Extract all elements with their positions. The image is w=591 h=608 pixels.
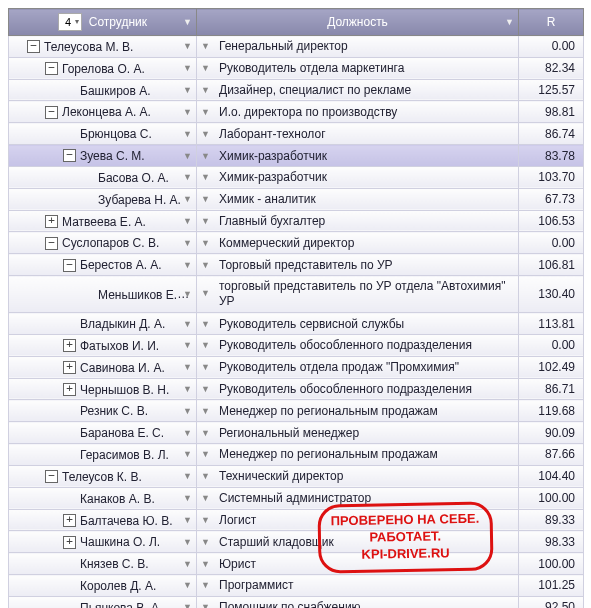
employee-cell[interactable]: +Чернышов В. Н.▼	[9, 378, 197, 400]
table-row[interactable]: Меньшиков Е. Н.▼▼торговый представитель …	[9, 276, 584, 313]
employee-cell[interactable]: Владыкин Д. А.▼	[9, 313, 197, 335]
employee-cell[interactable]: +Матвеева Е. А.▼	[9, 210, 197, 232]
chevron-down-icon[interactable]: ▼	[183, 63, 192, 73]
chevron-down-icon[interactable]: ▼	[183, 172, 192, 182]
chevron-down-icon[interactable]: ▼	[201, 216, 210, 226]
position-cell[interactable]: ▼Химик-разработчик	[197, 145, 519, 167]
table-row[interactable]: Королев Д. А.▼▼Программист101.25	[9, 575, 584, 597]
chevron-down-icon[interactable]: ▼	[201, 151, 210, 161]
employee-cell[interactable]: Баранова Е. С.▼	[9, 422, 197, 444]
header-r[interactable]: R	[519, 9, 584, 36]
chevron-down-icon[interactable]: ▼	[183, 238, 192, 248]
table-row[interactable]: −Берестов А. А.▼▼Торговый представитель …	[9, 254, 584, 276]
position-cell[interactable]: ▼Менеджер по региональным продажам	[197, 400, 519, 422]
position-cell[interactable]: ▼Технический директор	[197, 465, 519, 487]
chevron-down-icon[interactable]: ▼	[183, 428, 192, 438]
chevron-down-icon[interactable]: ▼	[183, 471, 192, 481]
position-cell[interactable]: ▼Дизайнер, специалист по рекламе	[197, 79, 519, 101]
collapse-icon[interactable]: −	[45, 62, 58, 75]
chevron-down-icon[interactable]: ▼	[201, 194, 210, 204]
chevron-down-icon[interactable]: ▼	[183, 289, 192, 299]
chevron-down-icon[interactable]: ▼	[183, 85, 192, 95]
employee-cell[interactable]: −Леконцева А. А.▼	[9, 101, 197, 123]
chevron-down-icon[interactable]: ▼	[183, 559, 192, 569]
table-row[interactable]: Резник С. В.▼▼Менеджер по региональным п…	[9, 400, 584, 422]
table-row[interactable]: Брюнцова С.▼▼Лаборант-технолог86.74	[9, 123, 584, 145]
table-row[interactable]: −Зуева С. М.▼▼Химик-разработчик83.78	[9, 145, 584, 167]
chevron-down-icon[interactable]: ▼	[201, 319, 210, 329]
collapse-icon[interactable]: −	[63, 259, 76, 272]
employee-cell[interactable]: −Телеусова М. В.▼	[9, 36, 197, 58]
employee-cell[interactable]: +Балтачева Ю. В.▼	[9, 509, 197, 531]
employee-cell[interactable]: +Савинова И. А.▼	[9, 356, 197, 378]
employee-cell[interactable]: Князев С. В.▼	[9, 553, 197, 575]
employee-cell[interactable]: −Суслопаров С. В.▼	[9, 232, 197, 254]
header-employee[interactable]: 4 Сотрудник ▼	[9, 9, 197, 36]
expand-icon[interactable]: +	[63, 339, 76, 352]
collapse-icon[interactable]: −	[27, 40, 40, 53]
position-cell[interactable]: ▼Руководитель обособленного подразделени…	[197, 378, 519, 400]
position-cell[interactable]: ▼И.о. директора по производству	[197, 101, 519, 123]
position-cell[interactable]: ▼Системный администратор	[197, 487, 519, 509]
chevron-down-icon[interactable]: ▼	[201, 406, 210, 416]
chevron-down-icon[interactable]: ▼	[201, 580, 210, 590]
chevron-down-icon[interactable]: ▼	[201, 384, 210, 394]
table-row[interactable]: +Савинова И. А.▼▼Руководитель отдела про…	[9, 356, 584, 378]
expand-icon[interactable]: +	[63, 536, 76, 549]
employee-cell[interactable]: −Горелова О. А.▼	[9, 57, 197, 79]
position-cell[interactable]: ▼Химик - аналитик	[197, 188, 519, 210]
employee-cell[interactable]: −Зуева С. М.▼	[9, 145, 197, 167]
table-row[interactable]: −Телеусова М. В.▼▼Генеральный директор0.…	[9, 36, 584, 58]
chevron-down-icon[interactable]: ▼	[183, 151, 192, 161]
chevron-down-icon[interactable]: ▼	[183, 17, 192, 27]
chevron-down-icon[interactable]: ▼	[183, 107, 192, 117]
collapse-icon[interactable]: −	[45, 470, 58, 483]
chevron-down-icon[interactable]: ▼	[201, 172, 210, 182]
chevron-down-icon[interactable]: ▼	[201, 260, 210, 270]
table-row[interactable]: +Матвеева Е. А.▼▼Главный бухгалтер106.53	[9, 210, 584, 232]
chevron-down-icon[interactable]: ▼	[183, 260, 192, 270]
chevron-down-icon[interactable]: ▼	[183, 449, 192, 459]
chevron-down-icon[interactable]: ▼	[183, 362, 192, 372]
table-row[interactable]: −Телеусов К. В.▼▼Технический директор104…	[9, 465, 584, 487]
table-row[interactable]: Князев С. В.▼▼Юрист100.00	[9, 553, 584, 575]
chevron-down-icon[interactable]: ▼	[183, 216, 192, 226]
employee-cell[interactable]: −Берестов А. А.▼	[9, 254, 197, 276]
chevron-down-icon[interactable]: ▼	[201, 340, 210, 350]
chevron-down-icon[interactable]: ▼	[201, 63, 210, 73]
position-cell[interactable]: ▼Старший кладовщик	[197, 531, 519, 553]
employee-cell[interactable]: Басова О. А.▼	[9, 166, 197, 188]
chevron-down-icon[interactable]: ▼	[201, 471, 210, 481]
expand-icon[interactable]: +	[45, 215, 58, 228]
employee-cell[interactable]: Меньшиков Е. Н.▼	[9, 276, 197, 313]
chevron-down-icon[interactable]: ▼	[201, 602, 210, 608]
employee-cell[interactable]: Башкиров А.▼	[9, 79, 197, 101]
chevron-down-icon[interactable]: ▼	[201, 41, 210, 51]
table-row[interactable]: Канаков А. В.▼▼Системный администратор10…	[9, 487, 584, 509]
chevron-down-icon[interactable]: ▼	[201, 107, 210, 117]
chevron-down-icon[interactable]: ▼	[201, 238, 210, 248]
chevron-down-icon[interactable]: ▼	[201, 515, 210, 525]
table-row[interactable]: Басова О. А.▼▼Химик-разработчик103.70	[9, 166, 584, 188]
chevron-down-icon[interactable]: ▼	[201, 559, 210, 569]
page-selector[interactable]: 4	[58, 13, 82, 31]
chevron-down-icon[interactable]: ▼	[201, 537, 210, 547]
position-cell[interactable]: ▼Лаборант-технолог	[197, 123, 519, 145]
position-cell[interactable]: ▼Помощник по снабжению	[197, 596, 519, 608]
position-cell[interactable]: ▼Торговый представитель по УР	[197, 254, 519, 276]
chevron-down-icon[interactable]: ▼	[183, 340, 192, 350]
table-row[interactable]: +Чернышов В. Н.▼▼Руководитель обособленн…	[9, 378, 584, 400]
employee-cell[interactable]: Зубарева Н. А.▼	[9, 188, 197, 210]
position-cell[interactable]: ▼Логист	[197, 509, 519, 531]
expand-icon[interactable]: +	[63, 383, 76, 396]
chevron-down-icon[interactable]: ▼	[201, 362, 210, 372]
position-cell[interactable]: ▼Региональный менеджер	[197, 422, 519, 444]
employee-cell[interactable]: Резник С. В.▼	[9, 400, 197, 422]
employee-cell[interactable]: +Чашкина О. Л.▼	[9, 531, 197, 553]
position-cell[interactable]: ▼торговый представитель по УР отдела "Ав…	[197, 276, 519, 313]
position-cell[interactable]: ▼Главный бухгалтер	[197, 210, 519, 232]
table-row[interactable]: Башкиров А.▼▼Дизайнер, специалист по рек…	[9, 79, 584, 101]
collapse-icon[interactable]: −	[63, 149, 76, 162]
chevron-down-icon[interactable]: ▼	[201, 288, 210, 299]
chevron-down-icon[interactable]: ▼	[183, 493, 192, 503]
